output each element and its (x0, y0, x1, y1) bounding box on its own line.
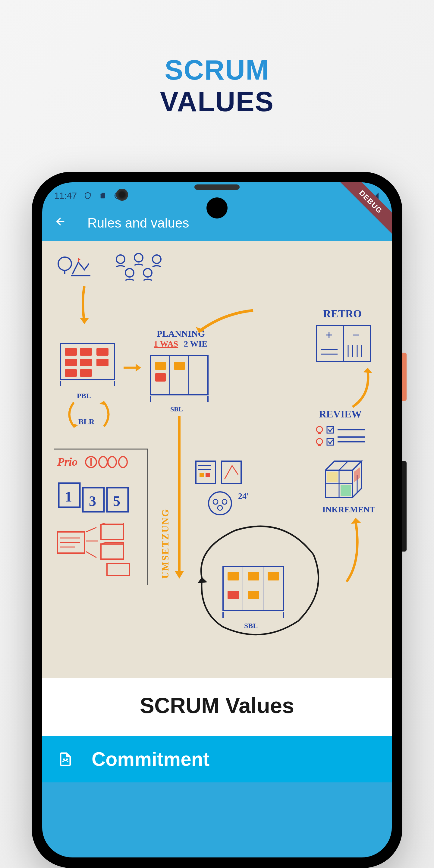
value-item[interactable]: Commitment (42, 736, 392, 782)
review-checklist-icon (313, 422, 371, 452)
shield-icon (84, 191, 92, 200)
whiteboard-image: PLANNING 1 WAS 2 WIE RETRO + − (42, 241, 392, 678)
sbl-label: SBL (170, 405, 183, 413)
retro-box-icon: + − (313, 322, 374, 365)
arrow-up-icon (338, 516, 371, 585)
svg-rect-35 (155, 362, 166, 370)
section-title: SCRUM Values (54, 693, 380, 718)
app-bar-title: Rules and values (87, 216, 189, 230)
svg-rect-75 (199, 473, 204, 477)
curved-arrow-icon (193, 307, 259, 341)
svg-point-79 (213, 499, 218, 504)
svg-text:+: + (326, 328, 333, 341)
svg-point-8 (144, 269, 152, 277)
svg-rect-88 (227, 591, 239, 599)
svg-line-59 (86, 527, 96, 532)
svg-rect-93 (66, 758, 68, 760)
phone-volume-button (402, 461, 407, 552)
title-line1: SCRUM (160, 54, 274, 86)
status-bar-left: 11:47 (54, 190, 122, 201)
svg-rect-70 (341, 485, 351, 496)
inkrement-label: INKREMENT (322, 505, 375, 515)
svg-point-6 (153, 255, 161, 264)
svg-rect-26 (80, 359, 92, 366)
was-label: 1 WAS (154, 339, 178, 349)
svg-point-1 (58, 257, 71, 270)
arrow-down-icon (72, 283, 96, 329)
svg-point-50 (108, 457, 116, 467)
svg-point-81 (218, 505, 222, 510)
svg-rect-27 (96, 359, 108, 366)
svg-rect-23 (80, 348, 92, 355)
svg-point-4 (116, 255, 125, 264)
umsetzung-label: UMSETZUNG (160, 508, 171, 579)
cube-icon (313, 455, 368, 503)
svg-line-61 (86, 552, 96, 558)
svg-point-78 (209, 492, 231, 515)
phone-notch (207, 197, 227, 218)
long-arrow-down-icon (172, 413, 187, 582)
page-title: SCRUM VALUES (160, 54, 274, 118)
svg-rect-62 (101, 524, 124, 539)
phone-camera (116, 189, 128, 201)
svg-rect-69 (327, 472, 338, 482)
prio-circles-icon (84, 455, 138, 470)
phone-speaker (194, 184, 240, 190)
svg-rect-29 (80, 369, 92, 377)
svg-rect-72 (196, 461, 216, 484)
title-line2: VALUES (160, 86, 274, 118)
sbl-board-icon (148, 352, 211, 404)
sbl-board-bottom-icon (220, 564, 286, 621)
svg-rect-37 (174, 362, 185, 370)
status-time: 11:47 (54, 190, 77, 201)
arrow-right-icon (121, 360, 145, 375)
time24-label: 24' (238, 491, 249, 501)
svg-rect-36 (155, 373, 166, 381)
num1-label: 1 (65, 488, 72, 505)
phone-screen: DEBUG 11:47 (42, 182, 392, 858)
phone-power-button (402, 352, 407, 401)
svg-rect-92 (63, 758, 65, 760)
svg-rect-87 (227, 572, 239, 581)
sd-card-icon (98, 191, 107, 200)
prio-label: Prio (57, 455, 78, 468)
svg-text:−: − (352, 328, 360, 341)
svg-rect-25 (65, 359, 77, 366)
svg-rect-76 (206, 473, 210, 477)
svg-rect-28 (65, 369, 77, 377)
svg-rect-64 (107, 564, 130, 576)
pbl-board-icon (57, 341, 118, 389)
svg-rect-77 (221, 461, 241, 484)
svg-rect-63 (101, 544, 124, 559)
svg-point-7 (125, 269, 134, 277)
svg-line-67 (339, 461, 348, 470)
svg-point-38 (316, 427, 322, 433)
num3-label: 3 (89, 493, 96, 509)
people-group-icon (108, 250, 169, 286)
phone-mockup: DEBUG 11:47 (32, 172, 402, 868)
arrow-up-curve-icon (344, 365, 380, 410)
svg-rect-89 (248, 572, 259, 581)
value-label: Commitment (92, 748, 210, 770)
content-section: SCRUM Values (42, 678, 392, 736)
blr-label: BLR (79, 417, 94, 427)
svg-rect-91 (268, 572, 279, 581)
svg-point-80 (222, 499, 227, 504)
svg-point-39 (316, 438, 322, 444)
lightbulb-icon (54, 253, 90, 283)
red-notes-icon (54, 523, 145, 577)
retro-label: RETRO (323, 307, 362, 320)
svg-point-5 (134, 253, 143, 262)
svg-point-49 (99, 457, 107, 467)
review-label: REVIEW (319, 408, 362, 420)
back-button[interactable] (51, 213, 69, 234)
circular-arrows-icon (59, 393, 119, 435)
document-icon (57, 751, 73, 767)
svg-rect-90 (248, 591, 259, 599)
svg-point-51 (119, 457, 127, 467)
num5-label: 5 (113, 493, 120, 509)
svg-rect-24 (96, 348, 108, 355)
sbl2-label: SBL (244, 622, 258, 630)
svg-rect-22 (65, 348, 77, 355)
time-badge-icon (193, 458, 256, 518)
